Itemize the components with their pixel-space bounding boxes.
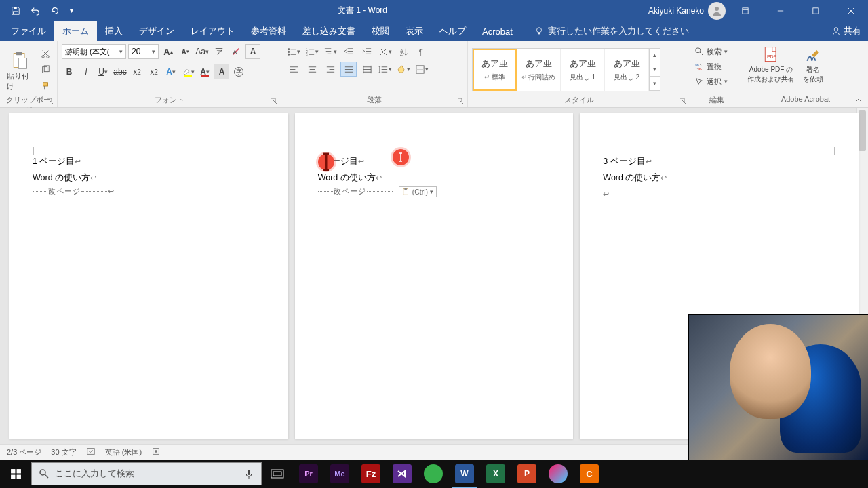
minimize-icon[interactable]: [765, 0, 796, 21]
italic-button[interactable]: I: [79, 64, 94, 79]
app-visualstudio-icon[interactable]: [387, 460, 418, 488]
replace-button[interactable]: abac置換: [694, 59, 722, 74]
macro-icon[interactable]: [151, 447, 161, 458]
tab-review[interactable]: 校閲: [363, 21, 397, 41]
page-1[interactable]: 1 ページ目↩ Word の使い方↩ 改ページ↩: [9, 113, 288, 439]
distributed-icon[interactable]: [359, 62, 375, 77]
numbering-icon[interactable]: 123▾: [304, 44, 320, 59]
font-name-combo[interactable]: 游明朝 (本文(▾: [62, 44, 126, 59]
app-opera-icon[interactable]: [542, 460, 574, 488]
font-color-icon[interactable]: A▾: [197, 64, 212, 79]
maximize-icon[interactable]: [800, 0, 831, 21]
close-icon[interactable]: [835, 0, 867, 21]
tab-references[interactable]: 参考資料: [243, 21, 294, 41]
asian-layout-icon[interactable]: ▾: [377, 44, 393, 59]
share-button[interactable]: 共有: [831, 25, 861, 37]
gallery-more-icon[interactable]: ▾: [650, 77, 660, 91]
select-button[interactable]: 選択▾: [694, 74, 728, 89]
redo-icon[interactable]: [46, 3, 64, 19]
tab-design[interactable]: デザイン: [131, 21, 182, 41]
format-painter-icon[interactable]: [38, 79, 53, 94]
enclose-characters-icon[interactable]: 字: [231, 64, 246, 79]
text-effects-icon[interactable]: A▾: [163, 64, 178, 79]
tab-view[interactable]: 表示: [397, 21, 431, 41]
page-2[interactable]: ージ目↩ Word の使い方↩ 改ページ (Ctrl)▾: [295, 113, 574, 439]
style-heading2[interactable]: あア亜 見出し 2: [605, 49, 649, 91]
start-button[interactable]: [0, 460, 31, 488]
line-spacing-icon[interactable]: ▾: [377, 62, 393, 77]
borders-icon[interactable]: ▾: [414, 62, 430, 77]
clear-formatting-icon[interactable]: A: [229, 44, 243, 59]
user-avatar-icon[interactable]: [708, 2, 726, 20]
gallery-up-icon[interactable]: ▴: [650, 49, 660, 63]
undo-icon[interactable]: [26, 3, 44, 19]
styles-launcher-icon[interactable]: [679, 98, 687, 106]
superscript-button[interactable]: x2: [146, 64, 161, 79]
font-size-combo[interactable]: 20▾: [128, 44, 159, 59]
paragraph-launcher-icon[interactable]: [456, 98, 465, 106]
tab-help[interactable]: ヘルプ: [431, 21, 474, 41]
app-powerpoint-icon[interactable]: P: [511, 460, 542, 488]
subscript-button[interactable]: x2: [130, 64, 144, 79]
app-chatwork-icon[interactable]: [418, 460, 449, 488]
status-words[interactable]: 30 文字: [51, 447, 76, 458]
tab-insert[interactable]: 挿入: [97, 21, 131, 41]
multilevel-list-icon[interactable]: ▾: [322, 44, 338, 59]
app-excel-icon[interactable]: X: [480, 460, 511, 488]
highlight-color-icon[interactable]: ▾: [180, 64, 195, 79]
app-word-icon[interactable]: W: [449, 460, 480, 488]
show-marks-icon[interactable]: ¶: [414, 44, 430, 59]
find-button[interactable]: 検索▾: [694, 44, 728, 59]
tab-acrobat[interactable]: Acrobat: [474, 22, 521, 41]
tell-me-search[interactable]: 実行したい作業を入力してください: [534, 25, 689, 37]
paste-options-button[interactable]: (Ctrl)▾: [399, 186, 437, 197]
cut-icon[interactable]: [38, 46, 53, 61]
sort-icon[interactable]: AZ: [395, 44, 412, 59]
scrollbar-thumb[interactable]: [859, 110, 866, 151]
justify-icon[interactable]: [340, 62, 357, 77]
underline-button[interactable]: U▾: [96, 64, 111, 79]
qat-customize-icon[interactable]: ▾: [66, 3, 77, 19]
paste-button[interactable]: 貼り付け: [4, 48, 35, 92]
taskbar-search[interactable]: ここに入力して検索: [31, 462, 262, 485]
style-heading1[interactable]: あア亜 見出し 1: [561, 49, 605, 91]
tab-layout[interactable]: レイアウト: [182, 21, 243, 41]
grow-font-icon[interactable]: A▴: [161, 44, 176, 59]
mic-icon[interactable]: [243, 468, 254, 479]
save-icon[interactable]: [7, 3, 24, 19]
decrease-indent-icon[interactable]: [340, 44, 357, 59]
spellcheck-icon[interactable]: [86, 447, 96, 458]
taskview-icon[interactable]: [262, 460, 293, 488]
bullets-icon[interactable]: ▾: [285, 44, 302, 59]
copy-icon[interactable]: [38, 62, 53, 77]
status-page[interactable]: 2/3 ページ: [7, 447, 41, 458]
style-nospacing[interactable]: あア亜 ↵ 行間詰め: [517, 49, 561, 91]
style-normal[interactable]: あア亜 ↵ 標準: [473, 49, 517, 91]
ribbon-display-options-icon[interactable]: [730, 0, 761, 21]
change-case-icon[interactable]: Aa▾: [195, 44, 210, 59]
app-camtasia-icon[interactable]: C: [574, 460, 605, 488]
bold-button[interactable]: B: [62, 64, 77, 79]
shading-icon[interactable]: ▾: [395, 62, 412, 77]
increase-indent-icon[interactable]: [359, 44, 375, 59]
request-signature-button[interactable]: 署名 を依頼: [803, 45, 823, 83]
ribbon-collapse-icon[interactable]: [854, 95, 864, 104]
create-share-pdf-button[interactable]: PDF Adobe PDF の 作成および共有: [747, 45, 795, 83]
gallery-down-icon[interactable]: ▾: [650, 62, 660, 77]
app-premiere-icon[interactable]: Pr: [293, 460, 324, 488]
character-shading-icon[interactable]: A: [214, 64, 229, 79]
tab-file[interactable]: ファイル: [3, 21, 54, 41]
character-border-icon[interactable]: A: [245, 44, 260, 59]
align-right-icon[interactable]: [322, 62, 338, 77]
align-center-icon[interactable]: [304, 62, 320, 77]
app-mediaencoder-icon[interactable]: Me: [324, 460, 355, 488]
shrink-font-icon[interactable]: A▾: [178, 44, 193, 59]
status-language[interactable]: 英語 (米国): [105, 447, 142, 458]
tab-mailings[interactable]: 差し込み文書: [294, 21, 363, 41]
clipboard-launcher-icon[interactable]: [46, 98, 54, 106]
tab-home[interactable]: ホーム: [54, 21, 97, 41]
style-gallery-scroll[interactable]: ▴ ▾ ▾: [649, 49, 660, 91]
font-launcher-icon[interactable]: [270, 98, 278, 106]
phonetic-guide-icon[interactable]: ア: [212, 44, 226, 59]
app-filezilla-icon[interactable]: Fz: [355, 460, 387, 488]
